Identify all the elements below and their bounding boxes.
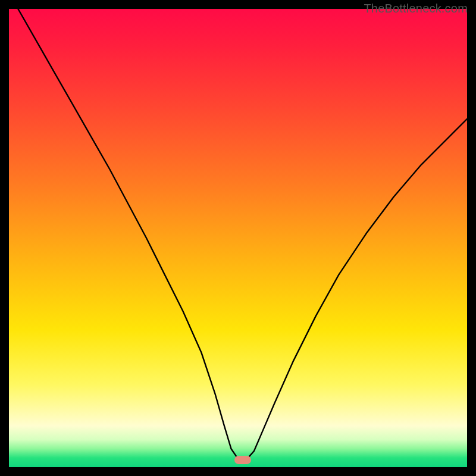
plot-area <box>9 9 467 467</box>
curve-layer <box>9 9 467 467</box>
watermark-text: TheBottleneck.com <box>364 2 468 15</box>
chart-frame: TheBottleneck.com <box>0 0 476 476</box>
bottleneck-curve <box>18 9 467 459</box>
optimal-marker <box>234 456 251 464</box>
